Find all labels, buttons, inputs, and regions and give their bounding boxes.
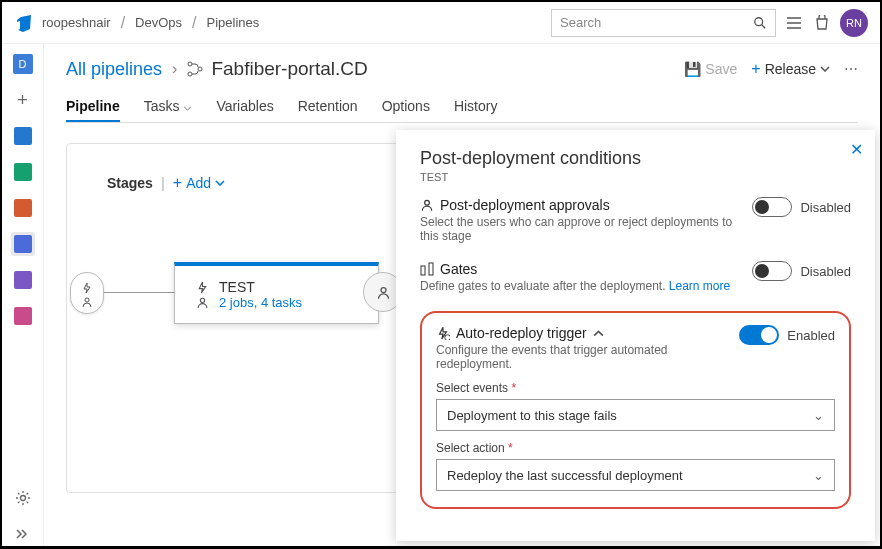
approvals-section: Post-deployment approvals Select the use… xyxy=(420,197,851,243)
select-action-dropdown[interactable]: Redeploy the last successful deployment⌄ xyxy=(436,459,835,491)
stage-jobs-link[interactable]: 2 jobs, 4 tasks xyxy=(219,295,368,310)
top-bar: roopeshnair / DevOps / Pipelines Search … xyxy=(2,2,880,44)
azure-devops-logo-icon[interactable] xyxy=(14,13,34,33)
breadcrumb-section[interactable]: Pipelines xyxy=(207,15,260,30)
tab-history[interactable]: History xyxy=(454,92,498,122)
gates-section: Gates Define gates to evaluate after the… xyxy=(420,261,851,293)
tab-tasks[interactable]: Tasks xyxy=(144,92,193,122)
gates-learn-more-link[interactable]: Learn more xyxy=(669,279,730,293)
svg-rect-14 xyxy=(429,263,433,275)
tabs: Pipeline Tasks Variables Retention Optio… xyxy=(66,92,858,123)
collapse-icon[interactable] xyxy=(11,522,35,546)
search-input[interactable]: Search xyxy=(551,9,776,37)
person-icon xyxy=(196,296,209,309)
select-events-label: Select events * xyxy=(436,381,835,395)
person-icon xyxy=(376,285,391,300)
marketplace-icon[interactable] xyxy=(812,13,832,33)
panel-title: Post-deployment conditions xyxy=(420,148,851,169)
auto-redeploy-section: Auto-redeploy trigger Configure the even… xyxy=(420,311,851,509)
search-placeholder: Search xyxy=(560,15,753,30)
svg-point-6 xyxy=(188,62,192,66)
tab-retention[interactable]: Retention xyxy=(298,92,358,122)
breadcrumb-separator: / xyxy=(121,14,125,32)
add-stage-button[interactable]: + Add xyxy=(173,174,225,192)
svg-point-8 xyxy=(198,67,202,71)
more-actions-button[interactable]: ⋯ xyxy=(844,61,858,77)
panel-subtitle: TEST xyxy=(420,171,851,183)
auto-redeploy-toggle[interactable] xyxy=(739,325,779,345)
gates-toggle[interactable] xyxy=(752,261,792,281)
person-icon xyxy=(81,296,93,308)
tab-variables[interactable]: Variables xyxy=(216,92,273,122)
svg-point-15 xyxy=(445,335,450,340)
person-icon xyxy=(420,198,434,212)
pipeline-title: Fabfiber-portal.CD xyxy=(187,58,367,80)
select-action-label: Select action * xyxy=(436,441,835,455)
gates-state: Disabled xyxy=(800,264,851,279)
svg-point-10 xyxy=(200,298,204,302)
nav-pipelines-icon[interactable] xyxy=(11,232,35,256)
title-row: All pipelines › Fabfiber-portal.CD 💾 Sav… xyxy=(66,58,858,80)
nav-boards-icon[interactable] xyxy=(11,160,35,184)
pre-deployment-conditions-button[interactable] xyxy=(70,272,104,314)
trigger-icon xyxy=(81,282,93,294)
nav-dashboards-icon[interactable] xyxy=(11,124,35,148)
approvals-toggle[interactable] xyxy=(752,197,792,217)
breadcrumb-separator: / xyxy=(192,14,196,32)
nav-repos-icon[interactable] xyxy=(11,196,35,220)
trigger-icon xyxy=(196,281,209,294)
stage-card[interactable]: TEST 2 jobs, 4 tasks xyxy=(174,262,379,324)
save-button[interactable]: 💾 Save xyxy=(684,61,737,77)
auto-redeploy-state: Enabled xyxy=(787,328,835,343)
chevron-right-icon: › xyxy=(172,60,177,78)
nav-testplans-icon[interactable] xyxy=(11,268,35,292)
pipeline-icon xyxy=(187,61,203,77)
svg-rect-13 xyxy=(421,266,425,275)
svg-point-12 xyxy=(425,200,430,205)
svg-point-7 xyxy=(188,72,192,76)
add-icon[interactable]: + xyxy=(11,88,35,112)
search-icon xyxy=(753,16,767,30)
left-nav: D + xyxy=(2,44,44,546)
post-deployment-panel: ✕ Post-deployment conditions TEST Post-d… xyxy=(396,130,875,541)
select-events-dropdown[interactable]: Deployment to this stage fails⌄ xyxy=(436,399,835,431)
release-button[interactable]: + Release xyxy=(751,60,830,78)
tab-pipeline[interactable]: Pipeline xyxy=(66,92,120,122)
user-avatar[interactable]: RN xyxy=(840,9,868,37)
svg-line-1 xyxy=(762,24,766,28)
approvals-state: Disabled xyxy=(800,200,851,215)
svg-point-0 xyxy=(755,17,763,25)
redeploy-trigger-icon xyxy=(436,326,450,340)
svg-point-9 xyxy=(85,298,89,302)
tab-options[interactable]: Options xyxy=(382,92,430,122)
close-panel-button[interactable]: ✕ xyxy=(850,140,863,159)
all-pipelines-link[interactable]: All pipelines xyxy=(66,59,162,80)
stage-name: TEST xyxy=(219,279,368,295)
breadcrumb-org[interactable]: roopeshnair xyxy=(42,15,111,30)
chevron-up-icon[interactable] xyxy=(593,330,604,337)
nav-artifacts-icon[interactable] xyxy=(11,304,35,328)
gates-icon xyxy=(420,262,434,276)
settings-icon[interactable] xyxy=(11,486,35,510)
project-icon[interactable]: D xyxy=(11,52,35,76)
list-view-icon[interactable] xyxy=(784,13,804,33)
breadcrumb-project[interactable]: DevOps xyxy=(135,15,182,30)
svg-point-5 xyxy=(20,496,25,501)
svg-point-11 xyxy=(381,287,386,292)
